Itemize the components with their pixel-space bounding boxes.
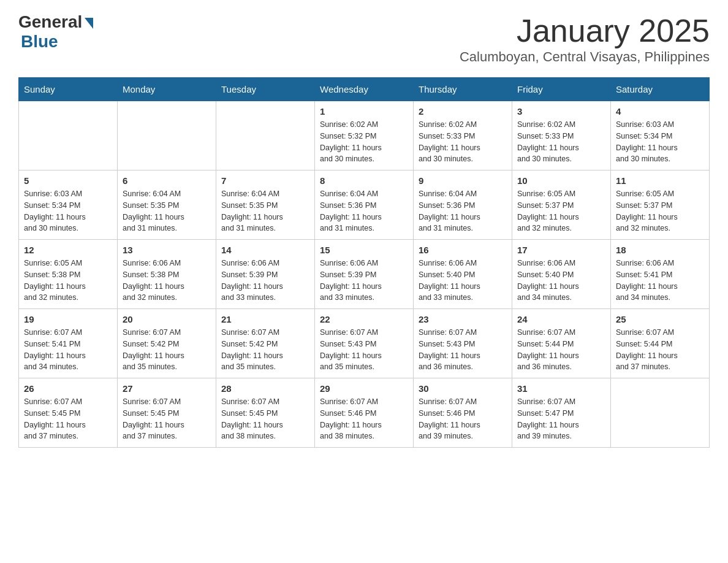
- day-info: Sunrise: 6:07 AM Sunset: 5:46 PM Dayligh…: [419, 396, 507, 442]
- day-number: 21: [221, 314, 309, 324]
- weekday-header-wednesday: Wednesday: [315, 78, 414, 101]
- day-number: 9: [419, 175, 507, 186]
- day-info: Sunrise: 6:04 AM Sunset: 5:35 PM Dayligh…: [221, 188, 309, 234]
- location-title: Calumboyan, Central Visayas, Philippines: [460, 49, 710, 65]
- day-number: 2: [419, 106, 507, 117]
- day-number: 26: [24, 383, 112, 394]
- day-number: 24: [517, 314, 605, 324]
- calendar-cell: 24Sunrise: 6:07 AM Sunset: 5:44 PM Dayli…: [512, 309, 611, 378]
- day-info: Sunrise: 6:07 AM Sunset: 5:47 PM Dayligh…: [517, 396, 605, 442]
- calendar-cell: 10Sunrise: 6:05 AM Sunset: 5:37 PM Dayli…: [512, 170, 611, 240]
- day-number: 29: [320, 383, 408, 394]
- logo-blue-text: Blue: [21, 32, 58, 52]
- weekday-header-monday: Monday: [118, 78, 216, 101]
- day-info: Sunrise: 6:06 AM Sunset: 5:41 PM Dayligh…: [616, 258, 704, 304]
- day-number: 12: [24, 245, 112, 255]
- week-row-3: 19Sunrise: 6:07 AM Sunset: 5:41 PM Dayli…: [19, 309, 710, 378]
- day-number: 3: [517, 106, 605, 117]
- day-number: 10: [517, 175, 605, 186]
- day-number: 13: [123, 245, 211, 255]
- day-number: 14: [221, 245, 309, 255]
- calendar-cell: 19Sunrise: 6:07 AM Sunset: 5:41 PM Dayli…: [19, 309, 118, 378]
- page-header: General Blue January 2025 Calumboyan, Ce…: [18, 12, 710, 65]
- calendar-cell: 12Sunrise: 6:05 AM Sunset: 5:38 PM Dayli…: [19, 240, 118, 309]
- calendar-cell: [216, 101, 315, 170]
- day-number: 18: [616, 245, 704, 255]
- weekday-header-tuesday: Tuesday: [216, 78, 315, 101]
- day-info: Sunrise: 6:06 AM Sunset: 5:40 PM Dayligh…: [517, 258, 605, 304]
- day-number: 4: [616, 106, 704, 117]
- calendar-table: SundayMondayTuesdayWednesdayThursdayFrid…: [18, 77, 710, 448]
- day-number: 1: [320, 106, 408, 117]
- day-info: Sunrise: 6:05 AM Sunset: 5:38 PM Dayligh…: [24, 258, 112, 304]
- weekday-header-saturday: Saturday: [611, 78, 710, 101]
- calendar-cell: 20Sunrise: 6:07 AM Sunset: 5:42 PM Dayli…: [118, 309, 216, 378]
- day-info: Sunrise: 6:06 AM Sunset: 5:38 PM Dayligh…: [123, 258, 211, 304]
- day-info: Sunrise: 6:07 AM Sunset: 5:46 PM Dayligh…: [320, 396, 408, 442]
- day-number: 23: [419, 314, 507, 324]
- day-info: Sunrise: 6:05 AM Sunset: 5:37 PM Dayligh…: [517, 188, 605, 234]
- day-number: 28: [221, 383, 309, 394]
- day-info: Sunrise: 6:02 AM Sunset: 5:33 PM Dayligh…: [517, 119, 605, 165]
- day-info: Sunrise: 6:03 AM Sunset: 5:34 PM Dayligh…: [24, 188, 112, 234]
- day-number: 25: [616, 314, 704, 324]
- day-number: 16: [419, 245, 507, 255]
- weekday-header-thursday: Thursday: [414, 78, 512, 101]
- day-info: Sunrise: 6:02 AM Sunset: 5:32 PM Dayligh…: [320, 119, 408, 165]
- calendar-cell: 17Sunrise: 6:06 AM Sunset: 5:40 PM Dayli…: [512, 240, 611, 309]
- day-info: Sunrise: 6:06 AM Sunset: 5:39 PM Dayligh…: [320, 258, 408, 304]
- calendar-cell: 26Sunrise: 6:07 AM Sunset: 5:45 PM Dayli…: [19, 378, 118, 448]
- calendar-cell: 6Sunrise: 6:04 AM Sunset: 5:35 PM Daylig…: [118, 170, 216, 240]
- calendar-cell: [611, 378, 710, 448]
- day-info: Sunrise: 6:07 AM Sunset: 5:45 PM Dayligh…: [123, 396, 211, 442]
- calendar-cell: 27Sunrise: 6:07 AM Sunset: 5:45 PM Dayli…: [118, 378, 216, 448]
- calendar-cell: 1Sunrise: 6:02 AM Sunset: 5:32 PM Daylig…: [315, 101, 414, 170]
- calendar-cell: 8Sunrise: 6:04 AM Sunset: 5:36 PM Daylig…: [315, 170, 414, 240]
- calendar-cell: 4Sunrise: 6:03 AM Sunset: 5:34 PM Daylig…: [611, 101, 710, 170]
- calendar-cell: 22Sunrise: 6:07 AM Sunset: 5:43 PM Dayli…: [315, 309, 414, 378]
- day-number: 30: [419, 383, 507, 394]
- calendar-cell: 29Sunrise: 6:07 AM Sunset: 5:46 PM Dayli…: [315, 378, 414, 448]
- weekday-header-row: SundayMondayTuesdayWednesdayThursdayFrid…: [19, 78, 710, 101]
- month-title: January 2025: [460, 12, 710, 49]
- calendar-cell: [19, 101, 118, 170]
- calendar-cell: 21Sunrise: 6:07 AM Sunset: 5:42 PM Dayli…: [216, 309, 315, 378]
- day-number: 7: [221, 175, 309, 186]
- day-info: Sunrise: 6:07 AM Sunset: 5:44 PM Dayligh…: [616, 327, 704, 373]
- day-info: Sunrise: 6:02 AM Sunset: 5:33 PM Dayligh…: [419, 119, 507, 165]
- calendar-cell: 31Sunrise: 6:07 AM Sunset: 5:47 PM Dayli…: [512, 378, 611, 448]
- day-info: Sunrise: 6:07 AM Sunset: 5:42 PM Dayligh…: [123, 327, 211, 373]
- day-info: Sunrise: 6:07 AM Sunset: 5:45 PM Dayligh…: [24, 396, 112, 442]
- week-row-0: 1Sunrise: 6:02 AM Sunset: 5:32 PM Daylig…: [19, 101, 710, 170]
- day-info: Sunrise: 6:07 AM Sunset: 5:45 PM Dayligh…: [221, 396, 309, 442]
- day-number: 11: [616, 175, 704, 186]
- calendar-cell: 5Sunrise: 6:03 AM Sunset: 5:34 PM Daylig…: [19, 170, 118, 240]
- day-info: Sunrise: 6:06 AM Sunset: 5:40 PM Dayligh…: [419, 258, 507, 304]
- day-number: 15: [320, 245, 408, 255]
- calendar-cell: 30Sunrise: 6:07 AM Sunset: 5:46 PM Dayli…: [414, 378, 512, 448]
- logo: General Blue: [18, 12, 93, 52]
- calendar-cell: 7Sunrise: 6:04 AM Sunset: 5:35 PM Daylig…: [216, 170, 315, 240]
- day-number: 8: [320, 175, 408, 186]
- day-info: Sunrise: 6:07 AM Sunset: 5:43 PM Dayligh…: [419, 327, 507, 373]
- day-info: Sunrise: 6:07 AM Sunset: 5:43 PM Dayligh…: [320, 327, 408, 373]
- day-info: Sunrise: 6:06 AM Sunset: 5:39 PM Dayligh…: [221, 258, 309, 304]
- day-number: 31: [517, 383, 605, 394]
- calendar-cell: 23Sunrise: 6:07 AM Sunset: 5:43 PM Dayli…: [414, 309, 512, 378]
- calendar-cell: 16Sunrise: 6:06 AM Sunset: 5:40 PM Dayli…: [414, 240, 512, 309]
- day-number: 19: [24, 314, 112, 324]
- title-area: January 2025 Calumboyan, Central Visayas…: [460, 12, 710, 65]
- day-info: Sunrise: 6:04 AM Sunset: 5:36 PM Dayligh…: [320, 188, 408, 234]
- day-number: 6: [123, 175, 211, 186]
- calendar-cell: 9Sunrise: 6:04 AM Sunset: 5:36 PM Daylig…: [414, 170, 512, 240]
- calendar-cell: 14Sunrise: 6:06 AM Sunset: 5:39 PM Dayli…: [216, 240, 315, 309]
- day-number: 20: [123, 314, 211, 324]
- day-number: 27: [123, 383, 211, 394]
- calendar-cell: 15Sunrise: 6:06 AM Sunset: 5:39 PM Dayli…: [315, 240, 414, 309]
- logo-arrow-icon: [85, 18, 93, 29]
- calendar-cell: [118, 101, 216, 170]
- day-info: Sunrise: 6:05 AM Sunset: 5:37 PM Dayligh…: [616, 188, 704, 234]
- logo-general-text: General: [18, 12, 82, 32]
- weekday-header-sunday: Sunday: [19, 78, 118, 101]
- day-info: Sunrise: 6:07 AM Sunset: 5:41 PM Dayligh…: [24, 327, 112, 373]
